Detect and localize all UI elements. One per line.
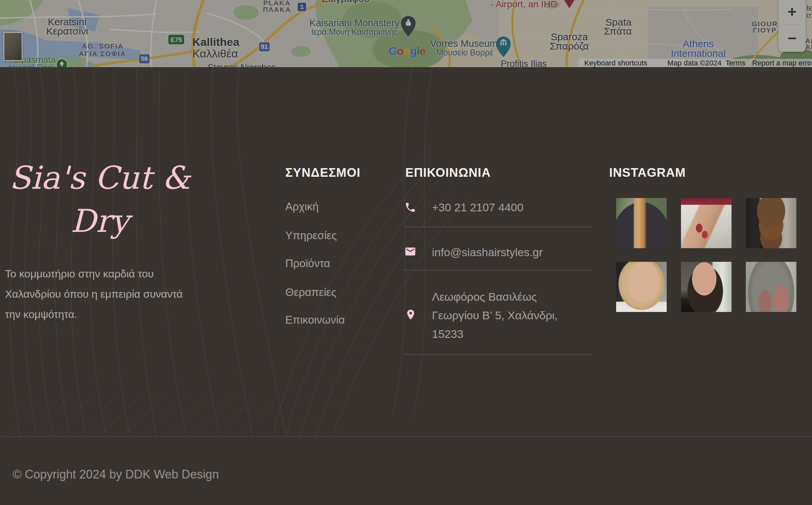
zoom-out-button[interactable]: −	[779, 27, 806, 50]
instagram-photo-1[interactable]	[616, 198, 667, 248]
map-zoom-control: + −	[779, 0, 806, 52]
route-badge-91: 91	[259, 42, 270, 51]
map-label-stavros-niarchos: Stavros Niarchos	[208, 62, 276, 67]
map-label-edge-ot: οτ	[806, 11, 812, 20]
email-icon	[404, 245, 416, 258]
map-attribution-bar: Keyboard shortcuts Map data ©2024 Terms …	[579, 59, 812, 67]
links-heading: ΣΥΝΔΕΣΜΟΙ	[285, 166, 360, 180]
terms-link[interactable]: Terms	[725, 59, 745, 67]
contact-heading: ΕΠΙΚΟΙΝΩΝΙΑ	[405, 166, 491, 180]
map-photo-preview[interactable]	[3, 32, 23, 61]
zoom-control-divider	[783, 25, 801, 25]
contact-divider	[404, 354, 592, 355]
route-badge-1: 1	[298, 3, 306, 11]
location-pin-icon	[405, 309, 417, 321]
map-label-edge-ap2: ΑΡ	[805, 43, 812, 51]
map-label-kaisariani-gr: Ιερά Μονή Καισαριανής	[311, 27, 398, 37]
contact-divider	[404, 226, 592, 227]
map-label-vorres-gr: Μουσείο Βορρέ	[436, 48, 493, 57]
zoom-in-button[interactable]: +	[779, 0, 806, 23]
map-label-plaka-gr: ΠΛΑΚΑ	[263, 6, 291, 14]
keyboard-shortcuts-link[interactable]: Keyboard shortcuts	[584, 59, 648, 67]
map-label-agsofia-gr: ΑΓΙΑ ΣΟΦΙΑ	[79, 50, 126, 58]
instagram-photo-3[interactable]	[746, 198, 796, 248]
map-label-profitis-ilias: Profitis Ilias	[501, 59, 547, 67]
report-map-error-link[interactable]: Report a map error	[752, 59, 812, 67]
google-letter: g	[410, 44, 417, 57]
google-map-embed[interactable]: Keratsini Κερατσίνι E75 91 56 1 Kallithe…	[0, 0, 812, 67]
address-text: Λεωφόρος Βασιλέως Γεωργίου Β’ 5, Χαλάνδρ…	[432, 287, 578, 343]
map-label-sparoza-gr: Σπαρόζα	[550, 40, 589, 52]
google-logo[interactable]: Google	[388, 44, 425, 57]
google-letter: G	[388, 44, 397, 57]
google-letter: l	[417, 44, 419, 57]
site-logo[interactable]: Sia's Cut & Dry	[7, 156, 193, 242]
map-label-giour-gr: ΓΙΟΥΡ	[753, 26, 777, 34]
instagram-grid	[616, 198, 796, 312]
footer-link-services[interactable]: Υπηρεσίες	[285, 229, 337, 242]
instagram-photo-4[interactable]	[616, 262, 667, 312]
logo-line-2: Dry	[7, 199, 193, 242]
route-badge-56: 56	[139, 54, 150, 63]
contact-divider	[404, 270, 592, 271]
map-label-keratsini-gr: Κερατσίνι	[46, 26, 88, 37]
phone-link[interactable]: +30 21 2107 4400	[432, 198, 524, 217]
map-label-zografou: Ζωγράφου	[322, 0, 370, 4]
footer-link-home[interactable]: Αρχική	[285, 200, 319, 213]
google-letter: o	[397, 44, 403, 57]
instagram-photo-5[interactable]	[681, 262, 731, 312]
museum-pin-icon[interactable]	[496, 36, 511, 58]
instagram-heading: INSTAGRAM	[609, 166, 686, 180]
page: Keratsini Κερατσίνι E75 91 56 1 Kallithe…	[0, 0, 812, 505]
map-label-kallithea-gr: Καλλιθέα	[192, 47, 238, 60]
email-link[interactable]: info@siashairstyles.gr	[432, 243, 543, 262]
instagram-photo-6[interactable]	[746, 262, 796, 312]
google-letter: o	[403, 44, 410, 57]
map-data-text: Map data ©2024	[667, 59, 721, 67]
park-tree-icon	[56, 58, 68, 67]
map-label-kallithea-en: Kallithea	[192, 35, 239, 48]
instagram-photo-2[interactable]	[681, 198, 731, 248]
map-label-lipasmata-park: ational Park	[8, 63, 55, 67]
footer: Sia's Cut & Dry Το κομμωτήριο στην καρδι…	[0, 67, 812, 436]
copyright-bar: © Copyright 2024 by DDK Web Design	[0, 436, 812, 505]
copyright-text: © Copyright 2024 by DDK Web Design	[13, 468, 219, 481]
footer-link-contact[interactable]: Επικοινωνία	[285, 313, 345, 327]
footer-link-products[interactable]: Προϊόντα	[285, 257, 330, 270]
phone-icon	[404, 201, 416, 213]
route-badge-e75: E75	[168, 35, 184, 44]
map-label-agsofia-en: AG. SOFIA	[82, 42, 123, 50]
monastery-pin-icon[interactable]	[401, 16, 416, 38]
footer-description: Το κομμωτήριο στην καρδιά του Χαλανδρίου…	[5, 264, 234, 325]
map-label-spata-gr: Σπάτα	[604, 26, 632, 37]
google-letter: e	[419, 44, 425, 57]
map-label-airport-ihg: - Airport, an IHG	[490, 0, 558, 10]
hotel-pin-icon[interactable]	[563, 0, 576, 10]
logo-line-1: Sia's Cut &	[7, 156, 193, 199]
footer-link-treatments[interactable]: Θεραπείες	[285, 286, 337, 299]
